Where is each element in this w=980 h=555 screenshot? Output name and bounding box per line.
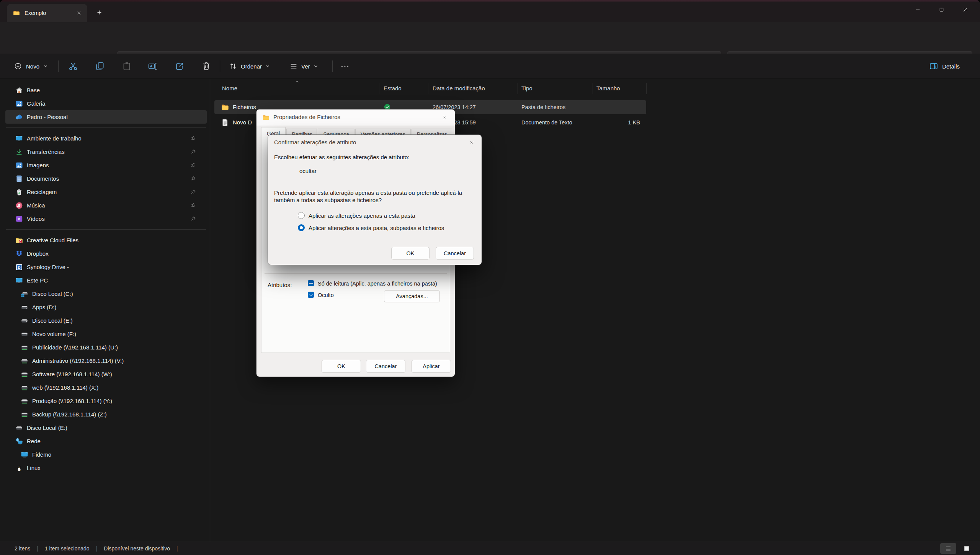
drive-icon: [21, 330, 28, 338]
radio-button[interactable]: [298, 224, 305, 231]
large-icons-view-toggle[interactable]: [959, 543, 975, 554]
minimize-icon: [915, 7, 921, 13]
sidebar-item-label: Apps (D:): [32, 304, 56, 310]
new-tab-button[interactable]: [93, 7, 105, 18]
drive-net-icon: [21, 411, 28, 418]
confirm-attribute-dialog: Confirmar alterações de atributo Escolhe…: [268, 135, 482, 265]
svg-text:D: D: [18, 265, 21, 269]
sidebar-item-administrativo-192-168-1-114-v[interactable]: Administrativo (\\192.168.1.114) (V:): [5, 354, 207, 367]
sidebar-item-label: Pedro - Pessoal: [27, 114, 68, 120]
column-header-data-de-modifica-o[interactable]: Data de modificação: [433, 85, 485, 91]
column-header-nome[interactable]: Nome: [222, 85, 237, 91]
sidebar-item-linux[interactable]: Linux: [5, 461, 207, 475]
sidebar-item-documentos[interactable]: Documentos: [5, 172, 207, 185]
properties-cancel-button[interactable]: Cancelar: [366, 360, 405, 373]
sidebar-item-base[interactable]: Base: [5, 83, 207, 97]
dropbox-icon: [15, 250, 23, 258]
sidebar-item-label: Backup (\\192.168.1.114) (Z:): [32, 411, 107, 418]
confirm-question-text: Pretende aplicar esta alteração apenas a…: [274, 189, 472, 204]
window-controls: [906, 2, 977, 18]
status-separator: |: [176, 545, 178, 552]
sidebar-item-label: Imagens: [27, 162, 49, 168]
properties-dialog-close-button[interactable]: [439, 113, 450, 122]
chevron-down-icon: [265, 64, 270, 69]
sidebar-item-publicidade-192-168-1-114-u[interactable]: Publicidade (\\192.168.1.114) (U:): [5, 341, 207, 354]
command-toolbar: Novo Ordenar Ver Details: [0, 54, 980, 79]
copy-button[interactable]: [95, 61, 105, 71]
sidebar-item-rede[interactable]: Rede: [5, 434, 207, 448]
checkbox-oculto[interactable]: [308, 292, 314, 298]
new-button[interactable]: Novo: [10, 59, 52, 73]
sidebar-item-apps-d[interactable]: Apps (D:): [5, 300, 207, 314]
explorer-tab[interactable]: Exemplo: [7, 4, 87, 22]
sort-dropdown[interactable]: Ordenar: [226, 59, 273, 73]
list-view-icon: [944, 545, 952, 552]
confirm-ok-button[interactable]: OK: [391, 247, 430, 260]
chevron-down-icon: [314, 64, 318, 69]
sidebar-item-disco-local-e[interactable]: Disco Local (E:): [5, 314, 207, 327]
close-button[interactable]: [953, 2, 977, 18]
sidebar-item-label: Rede: [27, 438, 41, 444]
column-header-tipo[interactable]: Tipo: [521, 85, 532, 91]
paste-button[interactable]: [122, 61, 132, 71]
tab-close-button[interactable]: [75, 9, 83, 17]
details-view-toggle[interactable]: [940, 543, 956, 554]
sidebar-item-disco-local-c[interactable]: Disco Local (C:): [5, 287, 207, 300]
rename-button[interactable]: [148, 61, 158, 71]
drive-net-icon: [21, 344, 28, 351]
navigation-sidebar: BaseGaleriaPedro - PessoalAmbiente de tr…: [0, 79, 210, 542]
sidebar-item-synology-drive[interactable]: DSynology Drive -: [5, 260, 207, 274]
share-button[interactable]: [175, 61, 185, 71]
sidebar-item-reciclagem[interactable]: Reciclagem: [5, 185, 207, 199]
plus-icon: [96, 9, 103, 16]
sidebar-item-label: web (\\192.168.1.114) (X:): [32, 384, 98, 391]
radio-option-this-folder[interactable]: Aplicar as alterações apenas a esta past…: [298, 211, 415, 220]
radio-button[interactable]: [298, 212, 305, 219]
radio-option-recursive[interactable]: Aplicar alterações a esta pasta, subpast…: [298, 224, 444, 232]
sidebar-item-novo-volume-f[interactable]: Novo volume (F:): [5, 327, 207, 341]
sidebar-item-software-192-168-1-114-w[interactable]: Software (\\192.168.1.114) (W:): [5, 367, 207, 381]
sidebar-item-ambiente-de-trabalho[interactable]: Ambiente de trabalho: [5, 132, 207, 145]
attribute-change-value: ocultar: [299, 168, 317, 174]
column-header-tamanho[interactable]: Tamanho: [596, 85, 620, 91]
sidebar-item-este-pc[interactable]: Este PC: [5, 274, 207, 287]
cut-button[interactable]: [68, 61, 78, 71]
drive-icon: [21, 317, 28, 325]
status-bar: 2 itens|1 item selecionado|Disponível ne…: [0, 542, 980, 555]
sidebar-item-disco-local-e[interactable]: Disco Local (E:): [5, 421, 207, 434]
confirm-intro-text: Escolheu efetuar as seguintes alterações…: [274, 154, 410, 160]
details-pane-button[interactable]: Details: [926, 59, 963, 73]
folder-icon: [13, 10, 20, 16]
sidebar-item-m-sica[interactable]: Música: [5, 199, 207, 212]
sidebar-item-creative-cloud-files[interactable]: Creative Cloud Files: [5, 233, 207, 247]
sidebar-item-pedro-pessoal[interactable]: Pedro - Pessoal: [5, 110, 207, 124]
sidebar-item-transfer-ncias[interactable]: Transferências: [5, 145, 207, 158]
sidebar-item-v-deos[interactable]: Vídeos: [5, 212, 207, 225]
desktop-icon: [15, 135, 23, 142]
sidebar-item-fidemo[interactable]: Fidemo: [5, 448, 207, 461]
confirm-cancel-button[interactable]: Cancelar: [436, 247, 474, 260]
sidebar-item-web-192-168-1-114-x[interactable]: web (\\192.168.1.114) (X:): [5, 381, 207, 394]
delete-button[interactable]: [201, 61, 211, 71]
column-header-estado[interactable]: Estado: [384, 85, 402, 91]
maximize-button[interactable]: [929, 2, 953, 18]
file-type: Pasta de ficheiros: [521, 104, 565, 110]
sidebar-item-dropbox[interactable]: Dropbox: [5, 247, 207, 260]
properties-apply-button[interactable]: Aplicar: [412, 360, 451, 373]
attributes-label: Atributos:: [268, 282, 292, 288]
checkbox-s[interactable]: [308, 280, 314, 286]
view-dropdown[interactable]: Ver: [286, 59, 321, 73]
section-separator: [265, 273, 447, 274]
advanced-button[interactable]: Avançadas...: [384, 290, 440, 302]
confirm-dialog-close-button[interactable]: [466, 138, 477, 148]
sidebar-item-imagens[interactable]: Imagens: [5, 158, 207, 172]
sidebar-item-produ-o-192-168-1-114-y[interactable]: Produção (\\192.168.1.114) (Y:): [5, 394, 207, 408]
synology-icon: D: [15, 263, 23, 271]
document-icon: [15, 175, 23, 183]
properties-ok-button[interactable]: OK: [322, 360, 361, 373]
share-icon: [175, 61, 185, 71]
sidebar-item-galeria[interactable]: Galeria: [5, 97, 207, 110]
minimize-button[interactable]: [906, 2, 929, 18]
more-options-button[interactable]: [340, 61, 350, 71]
sidebar-item-backup-192-168-1-114-z[interactable]: Backup (\\192.168.1.114) (Z:): [5, 408, 207, 421]
